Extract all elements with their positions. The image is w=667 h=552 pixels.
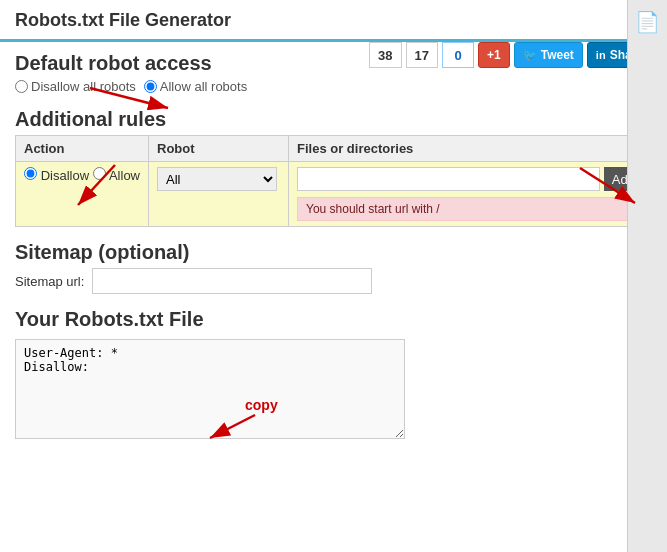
robots-file-section: Your Robots.txt File User-Agent: * Disal…: [15, 308, 652, 442]
sitemap-input[interactable]: [92, 268, 372, 294]
error-message: You should start url with /: [297, 197, 643, 221]
robot-cell: All Googlebot Bingbot Yahoo! Slurp: [149, 162, 289, 227]
page-wrapper: Robots.txt File Generator 38 17 0 +1 🐦 T…: [0, 0, 667, 552]
additional-rules-section: Additional rules Action Robot Files or d…: [15, 108, 652, 227]
gplus-button[interactable]: +1: [478, 42, 510, 68]
files-input[interactable]: [297, 167, 600, 191]
default-robot-section: 38 17 0 +1 🐦 Tweet in Share Default robo…: [15, 52, 652, 94]
tweet-label: Tweet: [541, 48, 574, 62]
sitemap-label: Sitemap url:: [15, 274, 84, 289]
files-cell: Add You should start url with /: [289, 162, 652, 227]
additional-rules-heading: Additional rules: [15, 108, 652, 131]
robots-textarea[interactable]: User-Agent: * Disallow:: [15, 339, 405, 439]
allow-all-label[interactable]: Allow all robots: [144, 79, 247, 94]
linkedin-icon: in: [596, 49, 606, 61]
disallow-all-label[interactable]: Disallow all robots: [15, 79, 136, 94]
robot-access-radios: Disallow all robots Allow all robots: [15, 79, 652, 94]
sitemap-heading: Sitemap (optional): [15, 241, 652, 264]
files-input-row: Add: [297, 167, 643, 191]
page-title: Robots.txt File Generator: [15, 10, 652, 31]
robot-select[interactable]: All Googlebot Bingbot Yahoo! Slurp: [157, 167, 277, 191]
col-robot: Robot: [149, 136, 289, 162]
sitemap-section: Sitemap (optional) Sitemap url:: [15, 241, 652, 294]
sitemap-row: Sitemap url:: [15, 268, 652, 294]
action-cell: Disallow Allow: [16, 162, 149, 227]
gplus-label: +1: [487, 48, 501, 62]
tweet-button[interactable]: 🐦 Tweet: [514, 42, 583, 68]
robots-file-heading: Your Robots.txt File: [15, 308, 652, 331]
right-panel: 📄: [627, 0, 667, 552]
page-header: Robots.txt File Generator: [0, 0, 667, 42]
col-files: Files or directories: [289, 136, 652, 162]
allow-all-radio[interactable]: [144, 80, 157, 93]
count-38: 38: [369, 42, 401, 68]
disallow-all-radio[interactable]: [15, 80, 28, 93]
allow-action-radio[interactable]: [93, 167, 106, 180]
table-header-row: Action Robot Files or directories: [16, 136, 652, 162]
textarea-wrapper: User-Agent: * Disallow:: [15, 335, 405, 442]
files-inner: Add You should start url with /: [297, 167, 643, 221]
action-radios: Disallow Allow: [24, 167, 140, 183]
document-icon: 📄: [635, 10, 660, 34]
main-content: 38 17 0 +1 🐦 Tweet in Share Default robo…: [0, 42, 667, 466]
disallow-action-label[interactable]: Disallow: [24, 167, 89, 183]
allow-action-label[interactable]: Allow: [93, 167, 140, 183]
disallow-action-radio[interactable]: [24, 167, 37, 180]
rules-table: Action Robot Files or directories Disall…: [15, 135, 652, 227]
table-row: Disallow Allow All Googl: [16, 162, 652, 227]
count-0: 0: [442, 42, 474, 68]
col-action: Action: [16, 136, 149, 162]
tweet-icon: 🐦: [523, 49, 537, 62]
social-bar: 38 17 0 +1 🐦 Tweet in Share: [369, 42, 652, 68]
count-17: 17: [406, 42, 438, 68]
